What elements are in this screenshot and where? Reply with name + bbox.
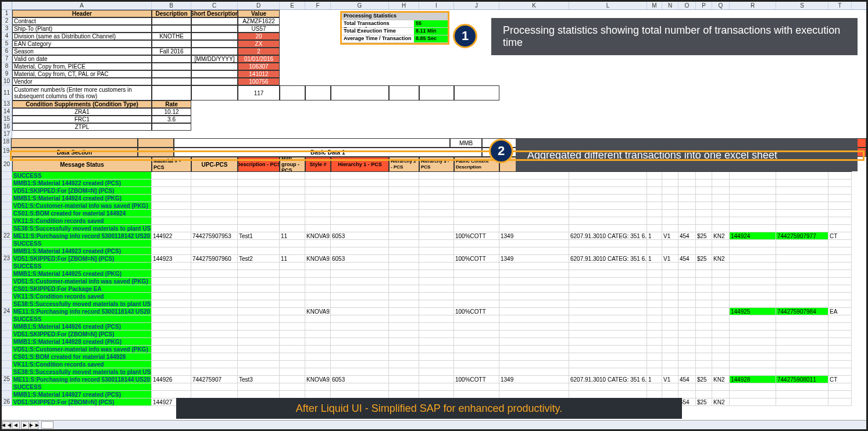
field-value[interactable]: AZMZF1622 <box>238 17 280 25</box>
data-cell[interactable]: 11 <box>280 232 305 240</box>
row-header[interactable] <box>2 315 12 323</box>
data-cell[interactable]: 454 <box>678 376 696 383</box>
field-value[interactable]: US57 <box>238 25 280 33</box>
field-desc[interactable] <box>152 78 191 85</box>
row-header[interactable] <box>2 263 12 270</box>
data-cell[interactable] <box>647 308 662 315</box>
row-header[interactable] <box>2 247 12 255</box>
row-header[interactable] <box>2 338 12 346</box>
data-cell[interactable]: 6053 <box>331 255 389 263</box>
row-header[interactable] <box>2 300 12 308</box>
data-cell[interactable]: 744275908011 <box>776 376 828 383</box>
data-cell[interactable]: 100%COTT <box>454 376 499 383</box>
row-header[interactable]: 11 <box>2 85 12 100</box>
condition-type[interactable]: FRC1 <box>12 116 152 123</box>
data-cell[interactable] <box>238 308 280 315</box>
data-cell[interactable]: 1349 <box>499 232 569 240</box>
row-header[interactable]: 3 <box>2 25 12 33</box>
data-cell[interactable]: 100%COTT <box>454 255 499 263</box>
data-cell[interactable] <box>191 308 238 315</box>
data-cell[interactable]: 1349 <box>499 255 569 263</box>
row-header[interactable]: 15 <box>2 116 12 123</box>
data-cell[interactable]: KN2 <box>712 398 730 406</box>
data-cell[interactable] <box>419 232 454 240</box>
row-header[interactable]: 2 <box>2 17 12 25</box>
col-header-P[interactable]: P <box>696 2 712 9</box>
data-cell[interactable]: Test1 <box>238 232 280 240</box>
data-cell[interactable]: V1 <box>662 255 678 263</box>
col-header-S[interactable]: S <box>776 2 828 9</box>
data-cell[interactable]: $25 <box>696 376 712 383</box>
data-cell[interactable] <box>776 398 828 406</box>
row-header[interactable] <box>2 361 12 368</box>
data-cell[interactable] <box>331 308 389 315</box>
field-desc[interactable]: Fall 2016 <box>152 48 191 55</box>
row-header[interactable] <box>2 285 12 293</box>
row-header[interactable]: 24 <box>2 308 12 315</box>
data-cell[interactable] <box>678 308 696 315</box>
row-header[interactable] <box>2 391 12 398</box>
data-cell[interactable]: 744275907953 <box>191 232 238 240</box>
field-short-desc[interactable] <box>191 17 238 25</box>
field-value[interactable]: 2 <box>238 48 280 55</box>
row-header[interactable] <box>2 278 12 285</box>
field-desc[interactable] <box>152 70 191 78</box>
data-cell[interactable]: 6207.91.3010 CATEG: 351 6.1% <box>569 232 647 240</box>
row-header[interactable] <box>2 353 12 361</box>
data-cell[interactable] <box>280 376 305 383</box>
col-header-R[interactable]: R <box>730 2 776 9</box>
condition-rate[interactable]: 3.6 <box>152 116 191 123</box>
data-cell[interactable]: 744275907960 <box>191 255 238 263</box>
col-header-I[interactable]: I <box>419 2 454 9</box>
data-cell[interactable]: 1 <box>647 232 662 240</box>
field-short-desc[interactable]: [MM/DD/YYYY] <box>191 55 238 63</box>
data-cell[interactable] <box>389 232 419 240</box>
col-header-G[interactable]: G <box>331 2 389 9</box>
data-cell[interactable]: 11 <box>280 255 305 263</box>
row-header[interactable]: 10 <box>2 78 12 85</box>
row-header[interactable]: 7 <box>2 55 12 63</box>
condition-type[interactable]: ZRA1 <box>12 108 152 116</box>
row-header[interactable]: 18 <box>2 138 11 148</box>
data-cell[interactable]: 744275907984 <box>776 308 828 315</box>
customer-number-value[interactable]: 117 <box>238 85 280 100</box>
col-header-L[interactable]: L <box>569 2 647 9</box>
data-cell[interactable]: $25 <box>696 398 712 406</box>
col-header-N[interactable]: N <box>662 2 678 9</box>
data-cell[interactable]: 144925 <box>730 308 776 315</box>
row-header[interactable]: 23 <box>2 255 12 263</box>
nav-prev-icon[interactable]: ◄ <box>12 421 20 429</box>
row-header[interactable] <box>2 323 12 331</box>
data-cell[interactable]: 100%COTT <box>454 232 499 240</box>
data-cell[interactable]: KNOVA912FLB <box>305 308 331 315</box>
data-cell[interactable] <box>419 308 454 315</box>
data-cell[interactable]: 6053 <box>331 376 389 383</box>
row-header[interactable]: 25 <box>2 376 12 383</box>
row-header[interactable] <box>2 187 12 195</box>
data-cell[interactable]: 144922 <box>152 232 191 240</box>
nav-last-icon[interactable]: ►► <box>30 421 38 429</box>
field-desc[interactable] <box>152 17 191 25</box>
data-cell[interactable] <box>712 308 730 315</box>
row-header[interactable]: 22 <box>2 232 12 240</box>
col-header-O[interactable]: O <box>678 2 696 9</box>
row-header[interactable] <box>2 179 12 187</box>
row-header[interactable] <box>2 331 12 338</box>
col-header-M[interactable]: M <box>647 2 662 9</box>
col-header-C[interactable]: C <box>191 2 238 9</box>
row-header[interactable] <box>2 225 12 232</box>
col-header-E[interactable]: E <box>280 2 305 9</box>
row-header[interactable]: 6 <box>2 48 12 55</box>
row-header[interactable]: 16 <box>2 123 12 131</box>
data-cell[interactable]: Test2 <box>238 255 280 263</box>
nav-first-icon[interactable]: ◄◄ <box>2 421 10 429</box>
sheet-tab[interactable] <box>41 421 53 429</box>
data-cell[interactable] <box>419 255 454 263</box>
data-cell[interactable] <box>828 398 852 406</box>
row-header[interactable] <box>2 368 12 376</box>
data-cell[interactable]: V1 <box>662 376 678 383</box>
data-cell[interactable] <box>776 255 828 263</box>
data-cell[interactable] <box>730 398 776 406</box>
col-header-T[interactable]: T <box>828 2 852 9</box>
data-cell[interactable]: KNOVA912FLB <box>305 232 331 240</box>
